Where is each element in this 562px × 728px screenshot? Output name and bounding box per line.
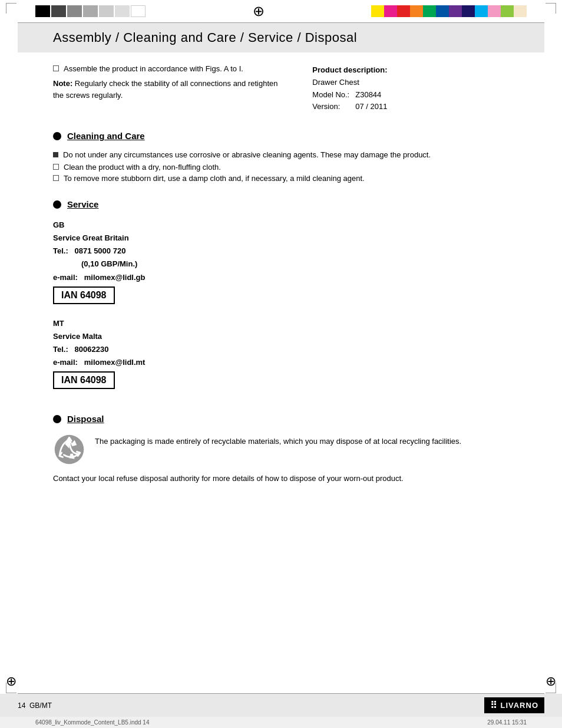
service-mt-ian: IAN 64098 [53,371,115,389]
intro-right-col: Product description: Drawer Chest Model … [312,64,509,113]
cleaning-bullet-1-text: Do not under any circumstances use corro… [63,150,431,159]
service-section: Service GB Service Great Britain Tel.: 0… [53,193,509,402]
cleaning-bullet-3: To remove more stubborn dirt, use a damp… [53,174,509,183]
version-value: 07 / 2011 [355,101,393,113]
corner-mark-br [546,683,556,693]
disposal-bullet-circle [53,415,61,423]
cleaning-bullet-3-icon [53,175,59,181]
product-desc-heading: Product description: [312,65,387,74]
page-number: 14 [18,701,25,710]
cleaning-care-heading: Cleaning and Care [53,131,509,141]
service-mt-tel-label: Tel.: [53,345,68,354]
service-gb-email-value: milomex@lidl.gb [84,273,146,282]
main-content: Assemble the product in accordance with … [18,52,544,664]
disposal-text-1: The packaging is made entirely of recycl… [95,433,461,448]
product-desc-name: Drawer Chest [312,77,509,89]
service-title: Service [67,199,98,209]
service-gb-name: Service Great Britain [53,233,129,242]
product-desc-table: Model No.: Z30844 Version: 07 / 2011 [312,89,393,114]
cleaning-bullet-2-text: Clean the product with a dry, non-fluffi… [64,163,221,172]
cleaning-bullet-2-icon [53,164,59,170]
corner-mark-tl [6,3,16,14]
service-mt-tel-value: 80062230 [75,345,109,354]
service-bullet-circle [53,200,61,209]
intro-bullet-1: Assemble the product in accordance with … [53,64,289,73]
service-gb-tel-label: Tel.: [53,246,68,255]
service-mt-email-label: e-mail: [53,358,78,367]
service-gb-code: GB [53,220,65,229]
page-region: GB/MT [29,701,52,710]
service-mt-email-value: milomex@lidl.mt [84,358,146,367]
crosshair-top-center: ⊕ [253,3,265,19]
version-label: Version: [312,101,355,113]
intro-left-col: Assemble the product in accordance with … [53,64,289,113]
service-gb-ian: IAN 64098 [53,286,115,304]
color-bars-left [35,5,146,17]
footer-filename: 64098_liv_Kommode_Content_LB5.indd 14 [35,719,149,726]
service-gb-tel-note: (0,10 GBP/Min.) [81,259,137,268]
cleaning-bullet-1: Do not under any circumstances use corro… [53,150,509,159]
livarno-logo-text: LIVARNO [500,701,538,710]
model-value: Z30844 [355,89,393,101]
intro-note: Note: Regularly check the stability of a… [53,78,289,101]
corner-mark-tr [546,3,556,14]
bullet-square-icon [53,65,59,71]
crosshair-mid-left: ⊕ [6,674,16,689]
livarno-logo-icon: ⠿ [490,700,498,711]
cleaning-bullet-1-icon [53,152,58,157]
cleaning-bullet-2: Clean the product with a dry, non-fluffi… [53,163,509,172]
bottom-bar: 14 GB/MT ⠿ LIVARNO [0,694,562,717]
cleaning-bullet-3-text: To remove more stubborn dirt, use a damp… [64,174,365,183]
service-heading: Service [53,199,509,209]
recycling-icon [53,433,85,466]
page-number-region: 14 GB/MT [18,701,52,710]
disposal-title: Disposal [67,414,104,424]
section-bullet-circle [53,132,61,140]
footer-file-info: 64098_liv_Kommode_Content_LB5.indd 14 29… [0,717,562,728]
intro-section: Assemble the product in accordance with … [53,64,509,113]
product-description: Product description: Drawer Chest Model … [312,64,509,113]
disposal-section: Disposal [53,408,509,485]
service-mt-code: MT [53,319,64,328]
cleaning-care-title: Cleaning and Care [67,131,145,141]
service-mt-name: Service Malta [53,332,102,341]
disposal-heading: Disposal [53,414,509,424]
disposal-contact-text: Contact your local refuse disposal autho… [53,473,509,485]
page-wrapper: ⊕ Assembly / Cleaning and Care / Service… [0,0,562,728]
disposal-icon-row: The packaging is made entirely of recycl… [53,433,509,466]
service-mt-block: MT Service Malta Tel.: 80062230 e-mail: … [53,317,509,391]
note-text: Regularly check the stability of all con… [53,79,278,100]
livarno-logo: ⠿ LIVARNO [484,697,544,713]
service-gb-block: GB Service Great Britain Tel.: 0871 5000… [53,219,509,306]
service-gb-email-label: e-mail: [53,273,78,282]
service-gb-tel-value: 0871 5000 720 [75,246,126,255]
page-title: Assembly / Cleaning and Care / Service /… [53,30,509,45]
intro-bullet-1-text: Assemble the product in accordance with … [64,64,243,73]
model-label: Model No.: [312,89,355,101]
page-header: Assembly / Cleaning and Care / Service /… [18,23,544,52]
footer-date: 29.04.11 15:31 [487,719,527,726]
cleaning-care-section: Cleaning and Care Do not under any circu… [53,125,509,187]
note-label: Note: [53,79,72,88]
color-bars-right [371,5,527,17]
